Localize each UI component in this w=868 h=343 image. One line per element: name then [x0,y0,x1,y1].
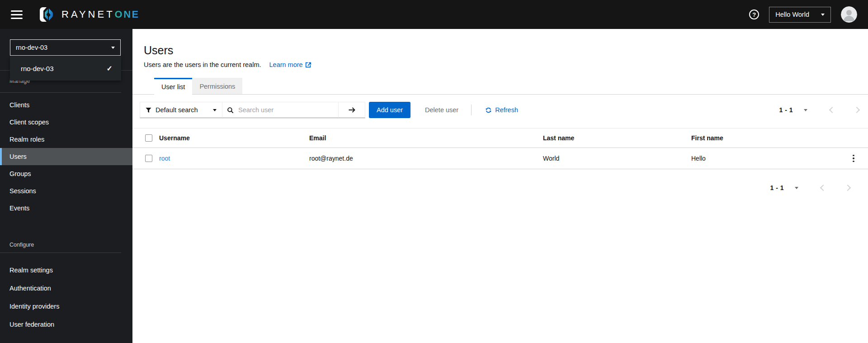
learn-more-link[interactable]: Learn more [269,61,311,68]
sidebar-item-users[interactable]: Users [0,148,132,165]
realm-selector-value: rno-dev-03 [16,44,47,51]
user-menu-label: Hello World [775,11,809,18]
tab-bar: User list Permissions [132,78,868,95]
sidebar-item-user-federation[interactable]: User federation [0,315,132,333]
cell-last-name: World [543,155,691,162]
pagination-bottom-row: 1 - 1 [132,184,868,191]
refresh-button[interactable]: Refresh [482,106,521,114]
search-submit-button[interactable] [338,102,365,118]
chevron-down-icon [111,47,115,49]
brand-logo[interactable]: RAYNET ONE [38,5,140,24]
chevron-right-icon [854,107,860,113]
nav-list-manage: Clients Client scopes Realm roles Users … [0,96,132,217]
pagination-range: 1 - 1 [770,184,784,191]
sidebar-item-groups[interactable]: Groups [0,165,132,182]
pagination-top: 1 - 1 [779,106,859,114]
cell-first-name: Hello [691,155,839,162]
chevron-right-icon [844,185,851,191]
hamburger-menu-icon[interactable] [11,10,23,19]
realm-option-label: rno-dev-03 [21,65,54,72]
row-checkbox[interactable] [145,155,152,162]
chevron-down-icon [821,14,825,16]
chevron-down-icon [213,109,217,111]
brand-name-primary: RAYNET [61,9,115,20]
chevron-left-icon [829,107,835,113]
chevron-down-icon [804,109,807,111]
pagination-range: 1 - 1 [779,106,793,114]
search-icon [227,107,234,114]
pagination-dropdown[interactable] [801,109,810,112]
nav-group-divider [0,92,121,93]
page-description-text: Users are the users in the current realm… [144,61,261,68]
masthead: RAYNET ONE ? Hello World [0,0,868,29]
table-toolbar: Default search [132,102,868,118]
column-header-last-name: Last name [543,134,691,142]
sidebar-item-client-scopes[interactable]: Client scopes [0,114,132,131]
nav-list-configure: Realm settings Authentication Identity p… [0,261,132,333]
main-content: Users Users are the users in the current… [132,29,868,343]
page-description: Users are the users in the current realm… [144,61,868,68]
nav-group-configure-label: Configure [9,242,34,248]
tab-user-list[interactable]: User list [154,78,192,95]
sidebar-item-identity-providers[interactable]: Identity providers [0,297,132,315]
search-type-dropdown[interactable]: Default search [140,102,222,118]
brand-mark-icon [38,5,56,24]
pagination-dropdown[interactable] [792,186,801,190]
sidebar-item-realm-roles[interactable]: Realm roles [0,131,132,148]
sidebar-item-realm-settings[interactable]: Realm settings [0,261,132,279]
brand-wordmark: RAYNET ONE [61,9,140,20]
search-group: Default search [140,102,365,118]
add-user-button[interactable]: Add user [369,102,410,118]
pagination-next-button[interactable] [845,186,850,190]
table-header-row: Username Email Last name First name [132,129,868,148]
cell-email: root@raynet.de [309,155,543,162]
pagination-bottom: 1 - 1 [770,184,850,191]
avatar[interactable] [841,6,857,23]
page-title: Users [144,44,868,57]
refresh-icon [485,107,492,114]
toolbar-divider [471,105,472,115]
refresh-label: Refresh [495,106,518,114]
tab-user-list-label: User list [161,83,185,91]
help-glyph: ? [752,11,756,18]
realm-option-rno-dev-03[interactable]: rno-dev-03 ✓ [10,56,121,81]
search-field [222,102,339,118]
chevron-left-icon [820,185,826,191]
sidebar-item-events[interactable]: Events [0,200,132,217]
filter-icon [146,107,151,113]
kebab-menu-button[interactable] [850,152,857,165]
check-icon: ✓ [107,64,113,73]
arrow-right-icon [348,106,356,114]
help-icon[interactable]: ? [749,10,759,19]
sidebar: rno-dev-03 Manage Clients Client scopes … [0,29,132,343]
realm-selector[interactable]: rno-dev-03 [10,39,121,56]
realm-dropdown-menu: rno-dev-03 ✓ [10,56,121,81]
sidebar-item-authentication[interactable]: Authentication [0,279,132,297]
tab-permissions[interactable]: Permissions [192,78,242,95]
table-row: root root@raynet.de World Hello [132,148,868,169]
user-menu-dropdown[interactable]: Hello World [769,7,831,23]
users-table: Username Email Last name First name root… [132,128,868,169]
search-input[interactable] [237,106,334,114]
sidebar-item-clients[interactable]: Clients [0,96,132,114]
pagination-prev-button[interactable] [830,108,835,112]
delete-user-button[interactable]: Delete user [422,106,461,114]
masthead-actions: ? Hello World [749,6,857,23]
learn-more-label: Learn more [269,61,303,68]
select-all-checkbox[interactable] [145,134,152,142]
column-header-username: Username [159,134,309,142]
app-window: RAYNET ONE ? Hello World [0,0,868,343]
brand-name-accent: ONE [115,9,140,20]
column-header-first-name: First name [691,134,839,142]
sidebar-item-sessions[interactable]: Sessions [0,182,132,200]
column-header-email: Email [309,134,543,142]
username-link[interactable]: root [159,155,170,162]
tab-permissions-label: Permissions [199,83,235,90]
nav-group-divider [0,252,121,253]
search-type-label: Default search [156,106,198,114]
pagination-next-button[interactable] [854,108,859,112]
external-link-icon [305,62,311,68]
chevron-down-icon [795,187,798,189]
pagination-prev-button[interactable] [821,186,826,190]
